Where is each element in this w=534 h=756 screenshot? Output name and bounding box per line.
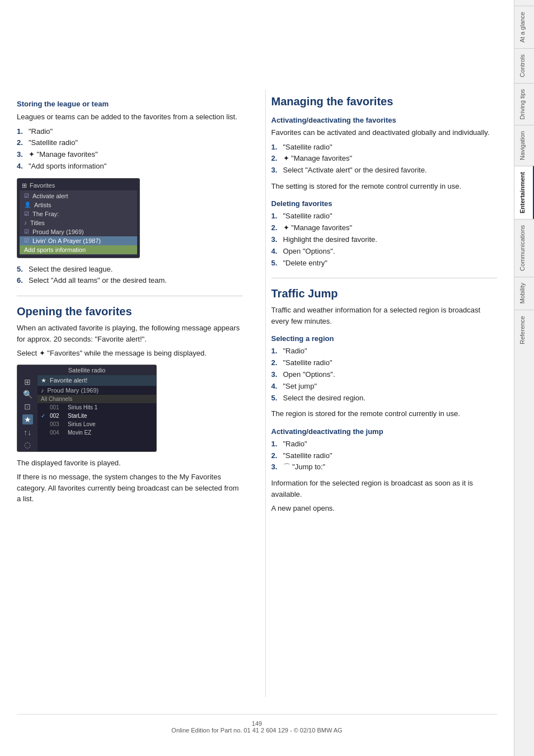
sidebar-icon-2: 🔍 — [23, 390, 32, 399]
tab-navigation[interactable]: Navigation — [514, 125, 534, 166]
channel-num: 001 — [50, 404, 65, 410]
storing-league-steps: 1. "Radio" 2. "Satellite radio" 3. ✦ "Ma… — [17, 126, 243, 172]
step-num: 2. — [271, 153, 280, 165]
jump-note1: Information for the selected region is b… — [271, 478, 498, 500]
opening-favorites-section: Opening the favorites When an activated … — [17, 305, 243, 505]
check-icon: ☑ — [24, 237, 29, 244]
step-num: 1. — [271, 211, 280, 222]
step-num: 5. — [271, 393, 280, 404]
channel-row-003: 003 Sirius Love — [38, 420, 156, 428]
step-num: 4. — [271, 246, 280, 258]
menu-item-proudmary: ☑ Proud Mary (1969) — [20, 227, 137, 236]
right-sidebar: At a glance Controls Driving tips Naviga… — [514, 0, 534, 756]
opening-intro1: When an activated favorite is playing, t… — [17, 323, 243, 344]
displayed-note: The displayed favorite is played. — [17, 458, 243, 469]
person-icon: 👤 — [24, 202, 31, 208]
step-text: Select the desired league. — [29, 264, 113, 276]
step-text: "Satellite radio" — [283, 211, 332, 222]
channel-row-002: ✓ 002 StarLite — [38, 412, 156, 420]
no-message-note: If there is no message, the system chang… — [17, 472, 243, 505]
step-text: "Radio" — [283, 438, 307, 450]
tab-at-a-glance[interactable]: At a glance — [514, 6, 534, 48]
list-item: 1. "Satellite radio" — [271, 211, 498, 222]
step-num: 3. — [271, 461, 280, 473]
favorite-alert-row: ★ Favorite alert! — [38, 375, 156, 386]
channel-name: StarLite — [68, 413, 87, 419]
song-row: ♪ Proud Mary (1969) — [38, 386, 156, 395]
step-text: Select the desired region. — [283, 393, 366, 404]
alert-label: Favorite alert! — [50, 377, 87, 384]
music-icon: ♪ — [24, 220, 27, 226]
menu-item-label: Livin' On A Prayer (1987) — [32, 237, 101, 244]
step-text: "Radio" — [283, 346, 307, 357]
screenshot-titlebar: ⊞ Favorites — [20, 181, 137, 190]
step-text: "Add sports information" — [29, 161, 106, 172]
list-item: 3. Open "Options". — [271, 369, 498, 381]
step-num: 2. — [17, 137, 26, 149]
favorites-icon: ✦ — [39, 348, 45, 359]
opening-intro2: Select ✦ "Favorites" while the message i… — [17, 348, 243, 359]
all-channels-label: All Channels — [38, 395, 156, 403]
song-music-icon: ♪ — [41, 387, 44, 394]
channel-name: Movin EZ — [68, 430, 91, 436]
footer-text: Online Edition for Part no. 01 41 2 604 … — [171, 727, 342, 734]
activating-jump-steps: 1. "Radio" 2. "Satellite radio" 3. ⌒ "Ju… — [271, 438, 498, 473]
list-item: 4. Open "Options". — [271, 246, 498, 258]
step-num: 1. — [17, 126, 26, 138]
manage-favorites-icon: ✦ — [283, 153, 289, 165]
managing-favorites-title: Managing the favorites — [271, 95, 498, 108]
manage-favorites-icon: ✦ — [283, 222, 289, 234]
song-label: Proud Mary (1969) — [48, 387, 99, 394]
screenshot-title-label: Favorites — [30, 182, 55, 189]
page-number: 149 — [252, 720, 262, 727]
list-item: 5. Select the desired region. — [271, 393, 498, 404]
check-icon: ☑ — [24, 211, 29, 217]
step-num: 4. — [17, 161, 26, 172]
step-text: Open "Options". — [283, 246, 335, 258]
section-divider — [17, 296, 243, 296]
channel-name: Sirius Hits 1 — [68, 404, 97, 410]
storing-league-title: Storing the league or team — [17, 100, 243, 108]
jump-note2: A new panel opens. — [271, 503, 498, 514]
list-item: 1. "Radio" — [271, 346, 498, 357]
step-num: 3. — [17, 149, 26, 161]
step-num: 2. — [271, 450, 280, 462]
channel-num: 004 — [50, 430, 65, 436]
tab-driving-tips[interactable]: Driving tips — [514, 83, 534, 125]
menu-item-thefray: ☑ The Fray: — [20, 209, 137, 218]
sidebar-icon-favorites: ★ — [22, 414, 33, 424]
activating-note: The setting is stored for the remote con… — [271, 181, 498, 192]
tab-communications[interactable]: Communications — [514, 219, 534, 277]
deleting-steps: 1. "Satellite radio" 2. ✦ "Manage favori… — [271, 211, 498, 269]
list-item: 4. "Add sports information" — [17, 161, 243, 172]
channel-num: 002 — [50, 413, 65, 419]
tab-reference[interactable]: Reference — [514, 310, 534, 350]
menu-item-label: Titles — [30, 220, 45, 226]
step-num: 3. — [271, 165, 280, 176]
step-text: "Satellite radio" — [283, 142, 332, 153]
list-item: 2. "Satellite radio" — [17, 137, 243, 149]
step-text: "Set jump" — [283, 381, 317, 393]
selecting-region-steps: 1. "Radio" 2. "Satellite radio" 3. Open … — [271, 346, 498, 404]
step-text: Select "Activate alert" or the desired f… — [283, 165, 427, 176]
list-item: 3. ✦ "Manage favorites" — [17, 149, 243, 161]
step-text: ✦ "Manage favorites" — [283, 153, 353, 165]
step-num: 1. — [271, 438, 280, 450]
sidebar-icon-5: ↑↓ — [24, 428, 31, 437]
favorites-menu: ☑ Activate alert 👤 Artists ☑ The Fray: — [20, 190, 137, 255]
deleting-favorites-title: Deleting favorites — [271, 199, 498, 208]
step-num: 5. — [17, 264, 26, 276]
check-icon: ☑ — [24, 193, 29, 199]
sidebar-icon-6: ◌ — [24, 440, 31, 449]
sidebar-icon-1: ⊞ — [24, 377, 31, 386]
satellite-header: Satellite radio — [17, 365, 156, 375]
storing-league-section: Storing the league or team Leagues or te… — [17, 100, 243, 287]
tab-mobility[interactable]: Mobility — [514, 277, 534, 309]
list-item: 4. "Set jump" — [271, 381, 498, 393]
tab-controls[interactable]: Controls — [514, 48, 534, 83]
step-num: 2. — [271, 222, 280, 234]
menu-item-activate: ☑ Activate alert — [20, 192, 137, 200]
tab-entertainment[interactable]: Entertainment — [514, 166, 534, 219]
step-text: ⌒ "Jump to:" — [283, 461, 326, 473]
channel-check-selected: ✓ — [41, 413, 48, 419]
